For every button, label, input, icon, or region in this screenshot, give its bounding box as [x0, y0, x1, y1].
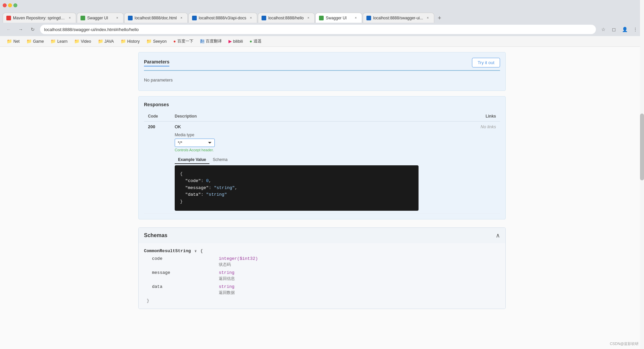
- bookmark-java[interactable]: 📁 JAVA: [95, 38, 117, 45]
- maximize-button[interactable]: [13, 3, 17, 7]
- schema-field-row-code: code integer($int32) 状态码: [152, 256, 500, 268]
- tab-apidocs[interactable]: localhost:8888/v3/api-docs ×: [188, 13, 257, 23]
- schemas-section: Schemas ∧ CommonResultString ∨ {: [138, 227, 506, 309]
- schema-field-desc-message: 返回信息: [219, 276, 235, 282]
- swagger-page: Parameters Try it out No parameters Resp…: [0, 47, 644, 349]
- csdn-badge: CSDN@蓝影软研: [610, 341, 639, 346]
- model-chevron-icon[interactable]: ∨: [194, 249, 197, 253]
- schema-field-desc-code: 状态码: [219, 262, 258, 268]
- bookmark-baidu[interactable]: ● 百度一下: [171, 37, 196, 45]
- schema-field-type-message-block: string 返回信息: [219, 270, 235, 282]
- example-schema-tabs: Example Value Schema: [175, 156, 419, 164]
- tab-title: localhost:8888/hello: [268, 16, 304, 20]
- forward-button[interactable]: →: [16, 25, 25, 34]
- profile-icon[interactable]: 👤: [620, 25, 629, 34]
- response-code: 200: [144, 122, 171, 214]
- reload-button[interactable]: ↻: [28, 25, 37, 34]
- tab-swagger-active[interactable]: Swagger UI ×: [315, 13, 362, 23]
- new-tab-button[interactable]: +: [435, 13, 444, 23]
- schema-field-row-data: data string 返回数据: [152, 284, 500, 296]
- scrollbar-thumb[interactable]: [640, 114, 644, 180]
- schemas-body: CommonResultString ∨ { code i: [139, 243, 505, 309]
- tab-close-icon[interactable]: ×: [306, 15, 311, 21]
- tab-search-icon[interactable]: ◻: [609, 25, 619, 34]
- scrollbar-track: [640, 47, 644, 349]
- code-key-code: "code": [185, 178, 201, 183]
- bookmark-baidu-translate[interactable]: 翻 百度翻译: [197, 37, 224, 45]
- code-val-data: "string": [206, 192, 227, 197]
- responses-title: Responses: [144, 102, 500, 107]
- model-open-brace: {: [200, 248, 203, 253]
- tab-hello[interactable]: localhost:8888/hello ×: [258, 13, 315, 23]
- tab-close-icon[interactable]: ×: [248, 15, 254, 21]
- bookmark-xiaoyao[interactable]: ● 逍遥: [247, 37, 264, 45]
- bookmark-learn[interactable]: 📁 Learn: [48, 38, 70, 45]
- tab-close-icon[interactable]: ×: [179, 15, 184, 21]
- bookmark-label: Game: [33, 39, 44, 44]
- bookmark-label: 逍遥: [254, 38, 262, 44]
- example-value-tab[interactable]: Example Value: [175, 156, 209, 164]
- media-type-select[interactable]: */*: [175, 139, 215, 147]
- tab-close-icon[interactable]: ×: [67, 15, 72, 21]
- xiaoyao-icon: ●: [250, 39, 252, 44]
- translate-icon: 翻: [200, 38, 204, 44]
- tab-title: Swagger UI: [326, 16, 351, 20]
- tab-close-icon[interactable]: ×: [425, 15, 431, 21]
- tab-title: Maven Repository: springdo...: [13, 16, 65, 20]
- schemas-collapse-icon[interactable]: ∧: [496, 232, 500, 239]
- title-bar: [0, 0, 644, 11]
- tab-title: localhost:8888/swagger-ui...: [373, 16, 423, 20]
- back-button[interactable]: ←: [4, 25, 13, 34]
- schema-field-code-block: code: [152, 256, 219, 261]
- bookmark-label: History: [127, 39, 140, 44]
- response-ok-text: OK: [175, 124, 419, 129]
- tab-close-icon[interactable]: ×: [115, 15, 120, 21]
- bookmark-star-icon[interactable]: ☆: [599, 25, 608, 34]
- tab-swagger1[interactable]: Swagger UI ×: [77, 13, 124, 23]
- folder-icon: 📁: [121, 39, 126, 44]
- code-brace-close: }: [180, 199, 183, 204]
- folder-icon: 📁: [74, 39, 79, 44]
- folder-icon: 📁: [50, 39, 56, 44]
- folder-icon: 📁: [146, 39, 152, 44]
- page-wrapper: Parameters Try it out No parameters Resp…: [138, 47, 506, 322]
- schemas-header[interactable]: Schemas ∧: [139, 228, 505, 243]
- bilibili-icon: ▶: [228, 39, 232, 44]
- tab-swagger-ui[interactable]: localhost:8888/swagger-ui... ×: [363, 13, 434, 23]
- tab-title: localhost:8888/v3/api-docs: [199, 16, 246, 20]
- tab-close-icon[interactable]: ×: [353, 15, 358, 21]
- example-code-block: { "code": 0, "message": "string", "data"…: [175, 165, 419, 211]
- bookmark-label: 百度翻译: [206, 38, 222, 44]
- schema-field-name-data: data: [152, 284, 219, 289]
- bookmark-history[interactable]: 📁 History: [118, 38, 142, 45]
- code-val-message: "string": [214, 185, 234, 190]
- address-input[interactable]: [40, 25, 596, 34]
- schema-field-desc-data: 返回数据: [219, 290, 235, 296]
- schema-field-data-block: data: [152, 284, 219, 289]
- bookmark-label: JAVA: [105, 39, 114, 44]
- menu-icon[interactable]: ⋮: [631, 25, 640, 34]
- folder-icon: 📁: [7, 39, 12, 44]
- bookmark-bilibili[interactable]: ▶ bilibili: [226, 38, 246, 45]
- close-button[interactable]: [3, 3, 7, 7]
- bookmark-seeyon[interactable]: 📁 Seeyon: [144, 38, 169, 45]
- bookmark-game[interactable]: 📁 Game: [24, 38, 47, 45]
- col-header-code: Code: [144, 111, 171, 122]
- tab-favicon: [366, 16, 371, 20]
- tab-doc[interactable]: localhost:8888/doc.html ×: [124, 13, 188, 23]
- bookmark-video[interactable]: 📁 Video: [71, 38, 94, 45]
- folder-icon: 📁: [98, 39, 103, 44]
- tabs-bar: Maven Repository: springdo... × Swagger …: [0, 11, 644, 23]
- bookmarks-bar: 📁 Net 📁 Game 📁 Learn 📁 Video 📁 JAVA 📁 Hi…: [0, 36, 644, 47]
- schema-field-type-data-block: string 返回数据: [219, 284, 235, 296]
- schema-tab[interactable]: Schema: [209, 156, 231, 164]
- response-links-cell: No links: [423, 122, 500, 214]
- schema-model-commonresultstring: CommonResultString ∨ { code i: [144, 248, 500, 303]
- code-val-code: 0: [206, 178, 209, 183]
- minimize-button[interactable]: [8, 3, 12, 7]
- tab-favicon: [262, 16, 266, 20]
- try-it-out-button[interactable]: Try it out: [472, 58, 500, 67]
- tab-maven[interactable]: Maven Repository: springdo... ×: [3, 13, 76, 23]
- response-description-cell: OK Media type */* Controls Accept header…: [171, 122, 423, 214]
- bookmark-net[interactable]: 📁 Net: [4, 38, 22, 45]
